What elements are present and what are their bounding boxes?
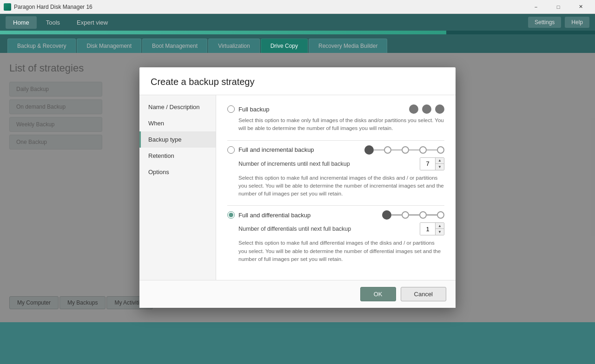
maximize-button[interactable]: □ bbox=[548, 0, 569, 14]
app-background: Home Tools Expert view Settings Help Bac… bbox=[0, 14, 595, 364]
differentials-label: Number of differentials until next full … bbox=[238, 226, 416, 232]
differential-backup-radio[interactable] bbox=[227, 211, 235, 219]
tab-disk-management[interactable]: Disk Management bbox=[77, 39, 141, 53]
tab-virtualization[interactable]: Virtualization bbox=[208, 39, 259, 53]
title-bar: Paragon Hard Disk Manager 16 − □ ✕ bbox=[0, 0, 595, 14]
viz-dot-2 bbox=[422, 104, 431, 114]
differential-viz bbox=[382, 210, 444, 220]
incremental-backup-desc: Select this option to make full and incr… bbox=[238, 174, 444, 198]
viz-diff-line-1 bbox=[391, 214, 402, 215]
viz-diff-dot-3 bbox=[437, 211, 444, 219]
cancel-button[interactable]: Cancel bbox=[401, 287, 446, 301]
full-backup-text: Full backup bbox=[238, 106, 269, 113]
full-backup-radio[interactable] bbox=[227, 105, 235, 113]
tab-boot-management[interactable]: Boot Management bbox=[142, 39, 207, 53]
menu-right: Settings Help bbox=[528, 17, 589, 28]
viz-line-2 bbox=[391, 150, 402, 150]
title-bar-controls: − □ ✕ bbox=[525, 0, 591, 14]
progress-fill bbox=[0, 31, 446, 34]
viz-inc-dot-2 bbox=[402, 146, 409, 154]
viz-inc-dot-1 bbox=[384, 146, 391, 154]
menu-help[interactable]: Help bbox=[565, 17, 589, 28]
main-content: List of strategies Daily Backup On deman… bbox=[0, 53, 595, 322]
incremental-backup-row: Full and incremental backup bbox=[227, 145, 444, 155]
diff-spinner-buttons: ▲ ▼ bbox=[435, 223, 444, 235]
divider-1 bbox=[227, 140, 444, 141]
spinner-buttons: ▲ ▼ bbox=[435, 158, 444, 170]
full-backup-label[interactable]: Full backup bbox=[227, 105, 269, 113]
spinner-up[interactable]: ▲ bbox=[436, 158, 444, 164]
differentials-row: Number of differentials until next full … bbox=[238, 222, 444, 235]
dialog-body: Name / Description When Backup type Rete… bbox=[139, 95, 456, 280]
increments-spinner[interactable]: ▲ ▼ bbox=[420, 157, 444, 170]
viz-diff-dot-2 bbox=[419, 211, 427, 219]
incremental-backup-radio[interactable] bbox=[227, 146, 235, 154]
viz-inc-dot-4 bbox=[437, 146, 444, 154]
increments-row: Number of increments until next full bac… bbox=[238, 157, 444, 170]
full-backup-viz bbox=[409, 104, 444, 114]
tab-drive-copy[interactable]: Drive Copy bbox=[261, 39, 308, 53]
spinner-down[interactable]: ▼ bbox=[436, 164, 444, 170]
menu-settings[interactable]: Settings bbox=[528, 17, 561, 28]
differentials-value[interactable] bbox=[420, 223, 435, 235]
incremental-viz bbox=[364, 145, 444, 155]
viz-dot-1 bbox=[409, 104, 418, 114]
differential-backup-label[interactable]: Full and differential backup bbox=[227, 211, 311, 219]
diff-spinner-up[interactable]: ▲ bbox=[436, 223, 444, 229]
differentials-spinner[interactable]: ▲ ▼ bbox=[420, 222, 444, 235]
dialog-sidebar: Name / Description When Backup type Rete… bbox=[139, 95, 216, 280]
differential-backup-row: Full and differential backup bbox=[227, 210, 444, 220]
viz-inc-dot-3 bbox=[419, 146, 427, 154]
nav-name-description[interactable]: Name / Description bbox=[139, 99, 216, 115]
minimize-button[interactable]: − bbox=[525, 0, 547, 14]
app-icon bbox=[4, 3, 11, 11]
incremental-backup-label[interactable]: Full and incremental backup bbox=[227, 146, 314, 154]
differential-backup-desc: Select this option to make full and diff… bbox=[238, 239, 444, 263]
differential-backup-text: Full and differential backup bbox=[238, 212, 311, 219]
viz-full-dot-diff bbox=[382, 210, 391, 220]
tab-backup-recovery[interactable]: Backup & Recovery bbox=[7, 39, 76, 53]
tab-navigation: Backup & Recovery Disk Management Boot M… bbox=[0, 34, 595, 53]
viz-line-4 bbox=[427, 150, 437, 150]
title-bar-text: Paragon Hard Disk Manager 16 bbox=[14, 4, 525, 10]
app-menubar: Home Tools Expert view Settings Help bbox=[0, 14, 595, 31]
viz-diff-line-3 bbox=[427, 214, 437, 215]
viz-line-3 bbox=[409, 150, 419, 150]
create-backup-strategy-dialog: Create a backup strategy Name / Descript… bbox=[139, 67, 456, 308]
incremental-backup-text: Full and incremental backup bbox=[238, 146, 314, 153]
close-button[interactable]: ✕ bbox=[570, 0, 591, 14]
nav-when[interactable]: When bbox=[139, 115, 216, 131]
dialog-content-area: Full backup Select this option to make o… bbox=[216, 95, 456, 280]
viz-full-dot bbox=[364, 145, 374, 155]
diff-spinner-down[interactable]: ▼ bbox=[436, 229, 444, 235]
modal-overlay: Create a backup strategy Name / Descript… bbox=[0, 53, 595, 322]
ok-button[interactable]: OK bbox=[360, 287, 396, 301]
viz-dot-3 bbox=[435, 104, 444, 114]
menu-tools[interactable]: Tools bbox=[39, 16, 67, 29]
nav-retention[interactable]: Retention bbox=[139, 148, 216, 164]
dialog-title: Create a backup strategy bbox=[151, 77, 444, 87]
tab-recovery-media[interactable]: Recovery Media Builder bbox=[309, 39, 387, 53]
viz-diff-dot-1 bbox=[402, 211, 409, 219]
progress-bar-area bbox=[0, 31, 595, 34]
viz-diff-line-2 bbox=[409, 214, 419, 215]
divider-2 bbox=[227, 205, 444, 206]
incremental-backup-option: Full and incremental backup bbox=[227, 145, 444, 198]
differential-backup-option: Full and differential backup bbox=[227, 210, 444, 263]
increments-label: Number of increments until next full bac… bbox=[238, 161, 416, 167]
menu-expert-view[interactable]: Expert view bbox=[69, 16, 115, 29]
nav-options[interactable]: Options bbox=[139, 164, 216, 180]
increments-value[interactable] bbox=[420, 158, 435, 170]
full-backup-desc: Select this option to make only full ima… bbox=[238, 117, 444, 133]
full-backup-row: Full backup bbox=[227, 104, 444, 114]
dialog-header: Create a backup strategy bbox=[139, 67, 456, 95]
dialog-footer: OK Cancel bbox=[139, 280, 456, 308]
menu-home[interactable]: Home bbox=[6, 16, 37, 29]
viz-line-1 bbox=[374, 150, 384, 150]
full-backup-option: Full backup Select this option to make o… bbox=[227, 104, 444, 133]
nav-backup-type[interactable]: Backup type bbox=[139, 131, 216, 148]
